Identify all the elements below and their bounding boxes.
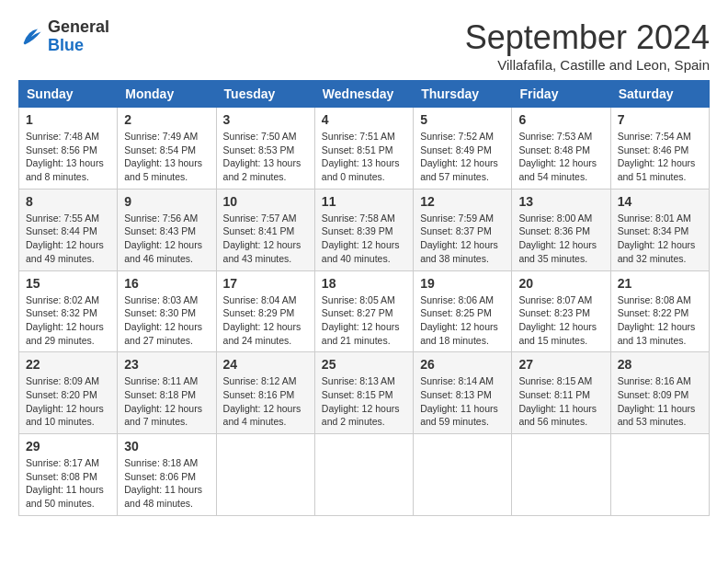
day-cell: 8Sunrise: 7:55 AM Sunset: 8:44 PM Daylig… (19, 189, 118, 270)
day-number: 7 (618, 112, 702, 127)
day-info: Sunrise: 7:52 AM Sunset: 8:49 PM Dayligh… (420, 130, 505, 184)
day-number: 24 (223, 357, 308, 372)
day-cell: 6Sunrise: 7:53 AM Sunset: 8:48 PM Daylig… (512, 108, 610, 190)
day-number: 5 (420, 112, 505, 127)
day-info: Sunrise: 8:06 AM Sunset: 8:25 PM Dayligh… (420, 293, 505, 348)
day-cell (314, 434, 413, 516)
header-thursday: Thursday (414, 81, 512, 108)
day-number: 27 (518, 357, 603, 372)
day-number: 30 (124, 439, 209, 454)
day-cell: 29Sunrise: 8:17 AM Sunset: 8:08 PM Dayli… (19, 434, 118, 516)
day-cell: 12Sunrise: 7:59 AM Sunset: 8:37 PM Dayli… (414, 189, 512, 270)
day-cell: 20Sunrise: 8:07 AM Sunset: 8:23 PM Dayli… (512, 270, 610, 352)
day-info: Sunrise: 7:55 AM Sunset: 8:44 PM Dayligh… (26, 212, 110, 266)
day-info: Sunrise: 8:04 AM Sunset: 8:29 PM Dayligh… (223, 293, 308, 348)
day-info: Sunrise: 7:48 AM Sunset: 8:56 PM Dayligh… (26, 130, 110, 184)
header-saturday: Saturday (610, 81, 709, 108)
day-info: Sunrise: 8:09 AM Sunset: 8:20 PM Dayligh… (26, 374, 110, 429)
day-number: 25 (322, 357, 406, 372)
day-cell: 28Sunrise: 8:16 AM Sunset: 8:09 PM Dayli… (610, 352, 709, 434)
day-info: Sunrise: 8:17 AM Sunset: 8:08 PM Dayligh… (26, 456, 110, 511)
day-cell: 24Sunrise: 8:12 AM Sunset: 8:16 PM Dayli… (216, 352, 314, 434)
title-section: September 2024 Villafafila, Castille and… (465, 18, 710, 73)
day-cell: 27Sunrise: 8:15 AM Sunset: 8:11 PM Dayli… (512, 352, 610, 434)
day-number: 1 (26, 112, 110, 127)
day-cell: 1Sunrise: 7:48 AM Sunset: 8:56 PM Daylig… (19, 108, 118, 190)
day-info: Sunrise: 7:57 AM Sunset: 8:41 PM Dayligh… (223, 212, 308, 266)
day-info: Sunrise: 8:14 AM Sunset: 8:13 PM Dayligh… (420, 374, 505, 429)
day-cell: 13Sunrise: 8:00 AM Sunset: 8:36 PM Dayli… (512, 189, 610, 270)
day-number: 15 (26, 276, 110, 291)
week-row-3: 15Sunrise: 8:02 AM Sunset: 8:32 PM Dayli… (19, 270, 710, 352)
day-cell: 21Sunrise: 8:08 AM Sunset: 8:22 PM Dayli… (610, 270, 709, 352)
header-sunday: Sunday (19, 81, 118, 108)
day-info: Sunrise: 7:50 AM Sunset: 8:53 PM Dayligh… (223, 130, 308, 184)
day-cell: 15Sunrise: 8:02 AM Sunset: 8:32 PM Dayli… (19, 270, 118, 352)
day-number: 8 (26, 194, 110, 209)
day-cell: 14Sunrise: 8:01 AM Sunset: 8:34 PM Dayli… (610, 189, 709, 270)
day-cell: 11Sunrise: 7:58 AM Sunset: 8:39 PM Dayli… (314, 189, 413, 270)
day-number: 23 (124, 357, 209, 372)
day-info: Sunrise: 8:13 AM Sunset: 8:15 PM Dayligh… (322, 374, 406, 429)
day-number: 3 (223, 112, 308, 127)
day-cell: 22Sunrise: 8:09 AM Sunset: 8:20 PM Dayli… (19, 352, 118, 434)
day-info: Sunrise: 7:53 AM Sunset: 8:48 PM Dayligh… (518, 130, 603, 184)
logo-general: General (48, 18, 109, 37)
day-number: 6 (518, 112, 603, 127)
header-tuesday: Tuesday (216, 81, 314, 108)
day-number: 20 (518, 276, 603, 291)
day-info: Sunrise: 8:05 AM Sunset: 8:27 PM Dayligh… (322, 293, 406, 348)
day-number: 11 (322, 194, 406, 209)
day-info: Sunrise: 8:18 AM Sunset: 8:06 PM Dayligh… (124, 456, 209, 511)
month-title: September 2024 (465, 18, 710, 57)
day-info: Sunrise: 8:01 AM Sunset: 8:34 PM Dayligh… (618, 212, 702, 266)
location: Villafafila, Castille and Leon, Spain (465, 57, 710, 73)
week-row-4: 22Sunrise: 8:09 AM Sunset: 8:20 PM Dayli… (19, 352, 710, 434)
day-cell: 18Sunrise: 8:05 AM Sunset: 8:27 PM Dayli… (314, 270, 413, 352)
calendar-table: SundayMondayTuesdayWednesdayThursdayFrid… (18, 80, 710, 516)
day-cell: 17Sunrise: 8:04 AM Sunset: 8:29 PM Dayli… (216, 270, 314, 352)
logo-text: General Blue (48, 18, 109, 55)
week-row-1: 1Sunrise: 7:48 AM Sunset: 8:56 PM Daylig… (19, 108, 710, 190)
day-info: Sunrise: 8:07 AM Sunset: 8:23 PM Dayligh… (518, 293, 603, 348)
day-cell (414, 434, 512, 516)
day-number: 4 (322, 112, 406, 127)
day-cell (216, 434, 314, 516)
day-number: 26 (420, 357, 505, 372)
day-info: Sunrise: 7:58 AM Sunset: 8:39 PM Dayligh… (322, 212, 406, 266)
day-cell: 7Sunrise: 7:54 AM Sunset: 8:46 PM Daylig… (610, 108, 709, 190)
day-cell: 10Sunrise: 7:57 AM Sunset: 8:41 PM Dayli… (216, 189, 314, 270)
day-cell: 23Sunrise: 8:11 AM Sunset: 8:18 PM Dayli… (118, 352, 216, 434)
day-number: 9 (124, 194, 209, 209)
day-cell: 2Sunrise: 7:49 AM Sunset: 8:54 PM Daylig… (118, 108, 216, 190)
day-info: Sunrise: 8:02 AM Sunset: 8:32 PM Dayligh… (26, 293, 110, 348)
logo-blue: Blue (48, 37, 109, 55)
day-info: Sunrise: 8:15 AM Sunset: 8:11 PM Dayligh… (518, 374, 603, 429)
day-number: 16 (124, 276, 209, 291)
day-info: Sunrise: 7:59 AM Sunset: 8:37 PM Dayligh… (420, 212, 505, 266)
day-cell: 26Sunrise: 8:14 AM Sunset: 8:13 PM Dayli… (414, 352, 512, 434)
day-number: 10 (223, 194, 308, 209)
day-cell: 19Sunrise: 8:06 AM Sunset: 8:25 PM Dayli… (414, 270, 512, 352)
header-row: SundayMondayTuesdayWednesdayThursdayFrid… (19, 81, 710, 108)
day-number: 14 (618, 194, 702, 209)
day-info: Sunrise: 8:03 AM Sunset: 8:30 PM Dayligh… (124, 293, 209, 348)
day-number: 19 (420, 276, 505, 291)
week-row-5: 29Sunrise: 8:17 AM Sunset: 8:08 PM Dayli… (19, 434, 710, 516)
day-info: Sunrise: 8:16 AM Sunset: 8:09 PM Dayligh… (618, 374, 702, 429)
day-number: 12 (420, 194, 505, 209)
day-info: Sunrise: 8:12 AM Sunset: 8:16 PM Dayligh… (223, 374, 308, 429)
day-number: 21 (618, 276, 702, 291)
day-info: Sunrise: 7:54 AM Sunset: 8:46 PM Dayligh… (618, 130, 702, 184)
day-number: 28 (618, 357, 702, 372)
day-number: 13 (518, 194, 603, 209)
day-number: 17 (223, 276, 308, 291)
day-info: Sunrise: 8:08 AM Sunset: 8:22 PM Dayligh… (618, 293, 702, 348)
day-cell: 16Sunrise: 8:03 AM Sunset: 8:30 PM Dayli… (118, 270, 216, 352)
day-number: 22 (26, 357, 110, 372)
day-info: Sunrise: 7:51 AM Sunset: 8:51 PM Dayligh… (322, 130, 406, 184)
logo: General Blue (18, 18, 109, 55)
week-row-2: 8Sunrise: 7:55 AM Sunset: 8:44 PM Daylig… (19, 189, 710, 270)
day-cell: 30Sunrise: 8:18 AM Sunset: 8:06 PM Dayli… (118, 434, 216, 516)
day-info: Sunrise: 8:00 AM Sunset: 8:36 PM Dayligh… (518, 212, 603, 266)
